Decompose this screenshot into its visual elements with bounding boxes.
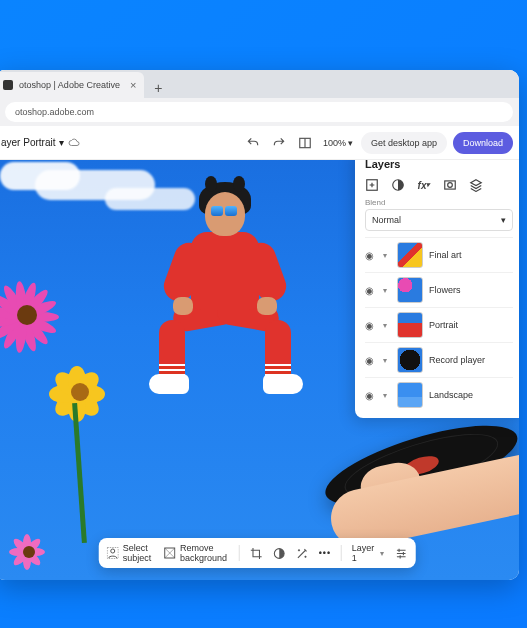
layer-thumbnail	[397, 312, 423, 338]
chevron-down-icon[interactable]: ▾	[383, 251, 391, 260]
svg-point-7	[448, 183, 453, 188]
blend-mode-select[interactable]: Normal ▾	[365, 209, 513, 231]
browser-chrome: otoshop | Adobe Creative × + otoshop.ado…	[0, 70, 519, 126]
layer-row[interactable]: ◉ ▾ Final art	[365, 237, 513, 272]
select-subject-icon	[107, 546, 119, 560]
chevron-down-icon[interactable]: ▾	[383, 286, 391, 295]
layer-row[interactable]: ◉ ▾ Portrait	[365, 307, 513, 342]
divider	[341, 545, 342, 561]
browser-tab[interactable]: otoshop | Adobe Creative ×	[0, 72, 144, 98]
cloud-shape	[0, 162, 80, 190]
url-text: otoshop.adobe.com	[15, 107, 94, 117]
zoom-value: 100%	[323, 138, 346, 148]
layer-thumbnail	[397, 242, 423, 268]
browser-tab-title: otoshop | Adobe Creative	[19, 80, 120, 90]
chevron-down-icon: ▾	[348, 138, 353, 148]
layer-thumbnail	[397, 277, 423, 303]
browser-address-bar: otoshop.adobe.com	[0, 98, 519, 126]
visibility-icon[interactable]: ◉	[365, 250, 377, 261]
get-desktop-label: Get desktop app	[371, 138, 437, 148]
layer-thumbnail	[397, 347, 423, 373]
layers-panel-title: Layers	[365, 160, 513, 170]
download-label: Download	[463, 138, 503, 148]
layers-panel-toolbar: fx▾	[365, 178, 513, 192]
blend-mode-value: Normal	[372, 215, 401, 225]
visibility-icon[interactable]: ◉	[365, 355, 377, 366]
add-layer-icon[interactable]	[365, 178, 379, 192]
chevron-down-icon: ▾	[59, 137, 64, 148]
flower-pink-small	[9, 532, 49, 572]
blend-label: Blend	[365, 198, 513, 207]
more-actions-button[interactable]: •••	[319, 548, 331, 558]
layer-row[interactable]: ◉ ▾ Landscape	[365, 377, 513, 412]
layer-name: Landscape	[429, 390, 473, 400]
tab-favicon-icon	[3, 80, 13, 90]
chevron-down-icon[interactable]: ▾	[383, 321, 391, 330]
zoom-dropdown[interactable]: 100% ▾	[321, 138, 355, 148]
url-field[interactable]: otoshop.adobe.com	[5, 102, 513, 122]
layer-name: Record player	[429, 355, 485, 365]
layer-row[interactable]: ◉ ▾ Flowers	[365, 272, 513, 307]
new-tab-button[interactable]: +	[148, 78, 168, 98]
chevron-down-icon[interactable]: ▾	[383, 391, 391, 400]
flower-pink	[0, 272, 73, 362]
active-layer-dropdown[interactable]: Layer 1	[352, 543, 385, 563]
download-button[interactable]: Download	[453, 132, 513, 154]
mask-icon[interactable]	[443, 178, 457, 192]
get-desktop-app-button[interactable]: Get desktop app	[361, 132, 447, 154]
layer-name: Portrait	[429, 320, 458, 330]
device-frame: otoshop | Adobe Creative × + otoshop.ado…	[0, 70, 519, 580]
crop-icon[interactable]	[250, 547, 263, 560]
file-name-dropdown[interactable]: ayer Portrait ▾	[1, 137, 80, 148]
chevron-down-icon: ▾	[501, 215, 506, 225]
cloud-sync-icon	[68, 138, 80, 148]
magic-wand-icon[interactable]	[296, 547, 309, 560]
layer-name: Final art	[429, 250, 462, 260]
properties-icon[interactable]	[394, 547, 407, 560]
flower-yellow	[43, 355, 118, 430]
svg-point-8	[111, 549, 115, 553]
remove-background-icon	[164, 546, 176, 560]
chevron-down-icon[interactable]: ▾	[383, 356, 391, 365]
app-toolbar: ayer Portrait ▾ 100% ▾ Get desktop app D…	[0, 126, 519, 160]
remove-background-button[interactable]: Remove background	[164, 543, 229, 563]
layers-panel: Layers fx▾ Blend Normal ▾ ◉ ▾ Final art …	[355, 160, 519, 418]
contextual-action-bar: Select subject Remove background ••• Lay…	[99, 538, 416, 568]
redo-button[interactable]	[269, 133, 289, 153]
stack-icon[interactable]	[469, 178, 483, 192]
adjustment-icon[interactable]	[391, 178, 405, 192]
layer-name: Flowers	[429, 285, 461, 295]
browser-tab-strip: otoshop | Adobe Creative × +	[0, 70, 519, 98]
select-subject-label: Select subject	[123, 543, 154, 563]
select-subject-button[interactable]: Select subject	[107, 543, 154, 563]
active-layer-label: Layer 1	[352, 543, 375, 563]
close-tab-icon[interactable]: ×	[130, 79, 136, 91]
visibility-icon[interactable]: ◉	[365, 320, 377, 331]
layer-thumbnail	[397, 382, 423, 408]
visibility-icon[interactable]: ◉	[365, 285, 377, 296]
file-name-text: ayer Portrait	[1, 137, 55, 148]
panel-toggle-icon[interactable]	[295, 133, 315, 153]
canvas[interactable]: Layers fx▾ Blend Normal ▾ ◉ ▾ Final art …	[0, 160, 519, 580]
layer-row[interactable]: ◉ ▾ Record player	[365, 342, 513, 377]
remove-background-label: Remove background	[180, 543, 229, 563]
visibility-icon[interactable]: ◉	[365, 390, 377, 401]
portrait-person	[145, 192, 305, 422]
divider	[239, 545, 240, 561]
undo-button[interactable]	[243, 133, 263, 153]
adjust-icon[interactable]	[273, 547, 286, 560]
fx-icon[interactable]: fx▾	[417, 178, 431, 192]
